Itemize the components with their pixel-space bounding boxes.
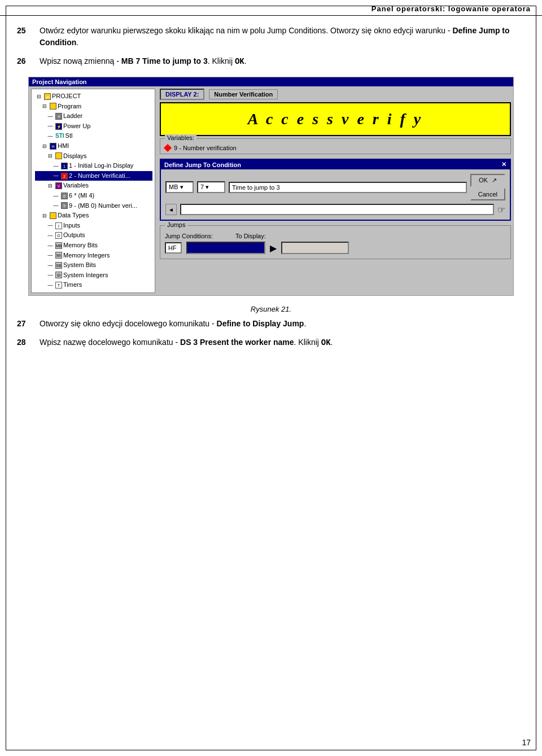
dash-icon-9: — xyxy=(46,231,54,239)
step-text-28: Wpisz nazwę docelowego komunikatu - DS 3… xyxy=(40,337,525,349)
nav-label-project: PROJECT xyxy=(52,91,81,102)
nav-item-sti[interactable]: — STI Stl xyxy=(35,131,152,141)
nav-title-label: Project Navigation xyxy=(32,78,87,85)
jump-cols: Jump Conditions: To Display: xyxy=(165,233,506,239)
dash-icon-10: — xyxy=(46,242,54,250)
nav-item-display2[interactable]: — 2 2 - Number Verificati... xyxy=(35,171,152,181)
memoryint-icon: MI xyxy=(55,252,62,259)
jump-row: HF ▶ xyxy=(165,242,506,254)
step-number-27: 27 xyxy=(17,318,40,330)
jump-condition-large[interactable] xyxy=(186,242,265,254)
nav-item-ladder[interactable]: — ≡ Ladder xyxy=(35,111,152,121)
caption: Rysunek 21. xyxy=(17,305,525,313)
nav-label-display2: 2 - Number Verificati... xyxy=(69,171,130,181)
nav-item-datatypes[interactable]: ⊟ Data Types xyxy=(35,211,152,221)
nav-label-ladder: Ladder xyxy=(63,111,82,121)
nav-label-var1: 6 * (MI 4) xyxy=(69,191,94,201)
step-number-26: 26 xyxy=(17,55,40,68)
main-content: 25 Otwórz edytor warunku pierwszego skok… xyxy=(0,16,542,365)
systembits-icon: SB xyxy=(55,262,62,269)
dialog-condition-row: MB ▾ 7 ▾ Time to jump to 3 OK xyxy=(165,174,505,200)
step-number-25: 25 xyxy=(17,25,40,49)
nav-label-memorybits: Memory Bits xyxy=(63,241,98,251)
nav-item-inputs[interactable]: — I Inputs xyxy=(35,221,152,231)
dash-icon-6: — xyxy=(52,192,60,200)
collapse-icon-displays: ⊟ xyxy=(46,152,54,160)
jump-condition-small[interactable]: HF xyxy=(165,242,182,254)
dash-icon-12: — xyxy=(46,261,54,269)
nav-item-timers[interactable]: — T Timers xyxy=(35,280,152,290)
step-26: 26 Wpisz nową zmienną - MB 7 Time to jum… xyxy=(17,55,525,68)
nav-item-outputs[interactable]: — O Outputs xyxy=(35,230,152,241)
powerup-icon: ⚡ xyxy=(55,123,62,130)
nav-item-project[interactable]: ⊟ 📁 PROJECT xyxy=(35,91,152,102)
nav-label-hmi: HMI xyxy=(58,141,69,151)
dash-icon-14: — xyxy=(46,281,54,289)
jump-display-col: To Display: xyxy=(235,233,266,239)
dash-icon-11: — xyxy=(46,251,54,259)
dash-icon-5: — xyxy=(52,172,60,180)
nav-label-var2: 9 - (MB 0) Number veri... xyxy=(69,201,137,211)
variable-item: 9 - Number verification xyxy=(165,145,506,151)
jump-display-input[interactable] xyxy=(281,242,349,254)
nav-item-var1[interactable]: — 6 6 * (MI 4) xyxy=(35,191,152,201)
dash-icon-3: — xyxy=(46,132,54,140)
var-diamond-icon xyxy=(164,144,172,152)
nav-label-program: Program xyxy=(58,102,81,112)
nav-label-variables: Variables xyxy=(63,181,89,191)
header-title: Panel operatorski: logowanie operatora xyxy=(371,5,531,13)
collapse-icon-hmi: ⊟ xyxy=(41,142,49,150)
page-number: 17 xyxy=(522,738,531,747)
dash-icon: — xyxy=(46,112,54,120)
condition-input[interactable]: Time to jump to 3 xyxy=(229,182,467,193)
nav-label-inputs: Inputs xyxy=(63,221,80,231)
nav-item-powerup[interactable]: — ⚡ Power Up xyxy=(35,121,152,132)
display-title-box: Number Verification xyxy=(209,89,278,99)
nav-tree: ⊟ 📁 PROJECT ⊟ Program — ≡ Ladder xyxy=(34,91,152,290)
nav-label-sti: Stl xyxy=(65,131,73,141)
nav-label-datatypes: Data Types xyxy=(58,211,89,221)
display2-icon: 2 xyxy=(61,173,68,180)
inputs-icon: I xyxy=(55,222,62,229)
variables-label: Variables: xyxy=(165,134,196,141)
project-navigation: ⊟ 📁 PROJECT ⊟ Program — ≡ Ladder xyxy=(31,89,155,293)
dash-icon-13: — xyxy=(46,271,54,279)
systemint-icon: SI xyxy=(55,272,62,278)
nav-item-displays[interactable]: ⊟ Displays xyxy=(35,151,152,161)
mb-value-dropdown[interactable]: 7 ▾ xyxy=(197,181,225,193)
var2-icon: 9 xyxy=(61,202,68,209)
dialog-second-row: ◄ ☞ xyxy=(165,204,505,215)
nav-item-systemint[interactable]: — SI System Integers xyxy=(35,270,152,281)
nav-item-variables[interactable]: ⊟ V Variables xyxy=(35,181,152,191)
nav-item-memoryint[interactable]: — MI Memory Integers xyxy=(35,251,152,261)
nav-item-program[interactable]: ⊟ Program xyxy=(35,102,152,112)
nav-item-hmi[interactable]: ⊟ H HMI xyxy=(35,141,152,151)
step-text-27: Otworzy się okno edycji docelowego komun… xyxy=(40,318,525,330)
dialog-body: MB ▾ 7 ▾ Time to jump to 3 OK xyxy=(161,169,510,220)
nav-label-systemint: System Integers xyxy=(63,270,108,281)
dash-icon-8: — xyxy=(46,221,54,229)
jump-arrow-icon: ▶ xyxy=(270,243,277,254)
arrow-icon: ◄ xyxy=(165,204,177,215)
nav-label-display1: 1 - Initial Log-in Display xyxy=(69,161,133,171)
display-label: DISPLAY 2: xyxy=(160,89,204,100)
collapse-icon-dt: ⊟ xyxy=(41,212,49,220)
vars-icon: V xyxy=(55,182,62,189)
cursor-icon: ↗ xyxy=(492,177,497,184)
nav-item-var2[interactable]: — 9 9 - (MB 0) Number veri... xyxy=(35,201,152,211)
mb-dropdown[interactable]: MB ▾ xyxy=(165,181,194,193)
nav-label-displays: Displays xyxy=(63,151,87,161)
nav-item-display1[interactable]: — 1 1 - Initial Log-in Display xyxy=(35,161,152,171)
step-25: 25 Otwórz edytor warunku pierwszego skok… xyxy=(17,25,525,49)
page-header: Panel operatorski: logowanie operatora xyxy=(0,0,542,16)
display1-icon: 1 xyxy=(61,163,68,169)
ok-button[interactable]: OK ↗ xyxy=(470,174,505,187)
access-verify-banner: A c c e s s v e r i f y xyxy=(160,102,511,136)
cancel-button[interactable]: Cancel xyxy=(470,188,505,200)
dialog-close-button[interactable]: ✕ xyxy=(501,161,506,168)
collapse-icon-program: ⊟ xyxy=(41,102,49,110)
nav-item-systembits[interactable]: — SB System Bits xyxy=(35,260,152,270)
second-input[interactable] xyxy=(180,204,494,215)
nav-item-memorybits[interactable]: — MB Memory Bits xyxy=(35,241,152,251)
nav-label-timers: Timers xyxy=(63,280,82,290)
